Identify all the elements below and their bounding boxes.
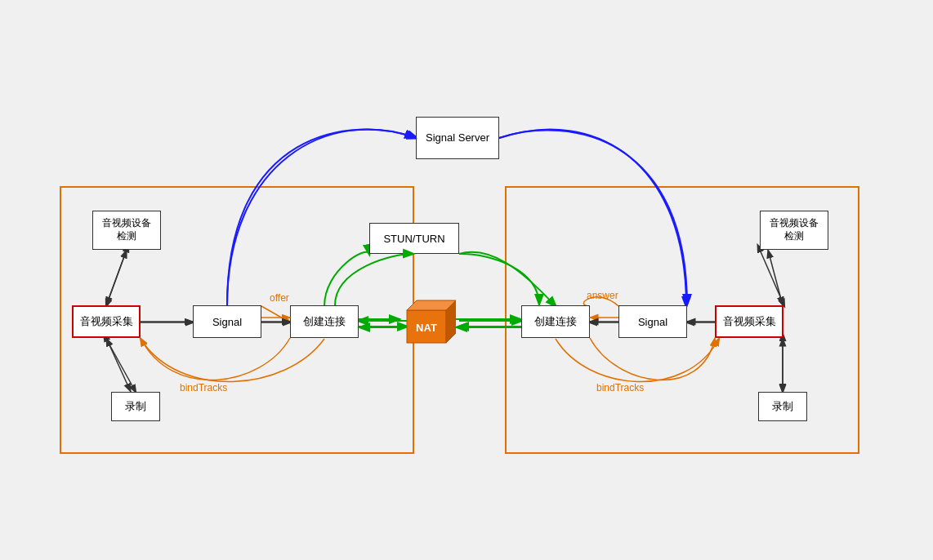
right-signal-node: Signal (618, 305, 687, 338)
nat-cube-svg: NAT (400, 294, 456, 349)
right-bind-tracks-label: bindTracks (596, 382, 644, 393)
left-connect-node: 创建连接 (290, 305, 359, 338)
offer-label: offer (270, 292, 289, 304)
offer-arrow (261, 306, 290, 322)
right-connect-label: 创建连接 (534, 314, 577, 329)
right-signal-label: Signal (638, 316, 667, 328)
left-device-detect-node: 音视频设备检测 (92, 211, 161, 250)
stun-to-right-connect-arrow (459, 252, 556, 306)
right-record-label: 录制 (772, 399, 793, 414)
left-record-label: 录制 (125, 399, 146, 414)
left-bind-tracks-arrow (141, 339, 324, 382)
right-bind-tracks-arrow (556, 339, 719, 382)
left-connect-label: 创建连接 (303, 314, 346, 329)
left-device-capture-arrow (106, 250, 127, 306)
right-device-capture-arrow (760, 250, 784, 306)
stun-turn-label: STUN/TURN (383, 233, 444, 245)
left-signal-label: Signal (212, 316, 242, 328)
right-record-node: 录制 (758, 392, 807, 421)
right-device-detect-node: 音视频设备检测 (760, 211, 828, 250)
signal-server-node: Signal Server (416, 117, 499, 159)
left-signal-node: Signal (193, 305, 261, 338)
left-capture-record-arrow (106, 339, 136, 392)
answer-label: answer (587, 290, 618, 301)
right-device-detect-label: 音视频设备检测 (770, 217, 819, 242)
stun-turn-node: STUN/TURN (369, 223, 459, 254)
right-capture-label: 音视频采集 (723, 314, 776, 329)
left-bind-tracks-label: bindTracks (180, 382, 227, 393)
left-connect-to-stun-arrow (324, 252, 369, 306)
left-capture-label: 音视频采集 (80, 314, 133, 329)
diagram-container: Signal Server STUN/TURN 音视频设备检测 音视频采集 Si… (0, 0, 933, 560)
left-signal-to-server-arrow (227, 130, 417, 306)
signal-server-label: Signal Server (426, 131, 489, 145)
nat-node: NAT (400, 294, 456, 349)
svg-text:NAT: NAT (416, 322, 437, 334)
left-record-node: 录制 (111, 392, 160, 421)
arrows-svg (0, 0, 933, 560)
right-connect-node: 创建连接 (521, 305, 590, 338)
left-device-detect-label: 音视频设备检测 (102, 217, 151, 242)
left-capture-node: 音视频采集 (72, 305, 141, 338)
right-capture-node: 音视频采集 (715, 305, 783, 338)
